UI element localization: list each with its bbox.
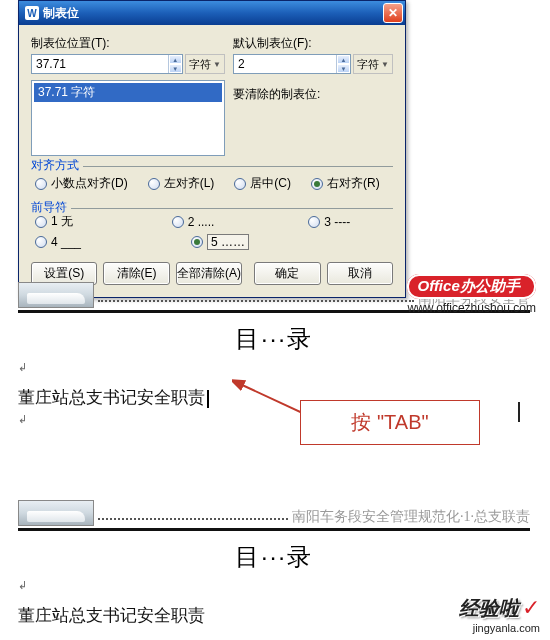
document-preview-2: 南阳车务段安全管理规范化·1·总支联责 目···录 ↲ 董庄站总支书记安全职责 <box>18 496 530 627</box>
spin-up-icon[interactable]: ▲ <box>169 55 182 64</box>
radio-right-align[interactable]: 右对齐(R) <box>311 175 380 192</box>
app-icon: W <box>25 6 39 20</box>
tab-stops-dialog: W 制表位 ✕ 制表位位置(T): ▲ ▼ 字符▼ <box>18 0 406 298</box>
unit-dropdown[interactable]: 字符▼ <box>185 54 225 74</box>
radio-leader-dashes[interactable]: 3 ---- <box>308 213 389 230</box>
radio-icon <box>148 178 160 190</box>
dialog-title: 制表位 <box>43 5 383 22</box>
page-title: 目···录 <box>18 541 530 573</box>
badge-url: www.officezhushou.com <box>407 301 536 315</box>
radio-icon <box>172 216 184 228</box>
radio-icon <box>234 178 246 190</box>
text-cursor-icon <box>518 402 520 422</box>
para-mark-icon: ↲ <box>18 361 530 374</box>
tab-stops-listbox[interactable]: 37.71 字符 <box>31 80 225 156</box>
text-cursor-icon <box>207 390 209 408</box>
image-placeholder <box>18 500 94 526</box>
body-text: 董庄站总支书记安全职责 <box>18 604 530 627</box>
spin-down-icon[interactable]: ▼ <box>169 64 182 73</box>
leader-group: 前导符 1 无 2 ..... 3 ---- 4 ___ <box>31 208 393 252</box>
header-text: 南阳车务段安全管理规范化·1·总支联责 <box>292 508 530 526</box>
radio-icon <box>191 236 203 248</box>
leader-line <box>98 518 288 520</box>
radio-icon <box>35 236 47 248</box>
default-tab-label: 默认制表位(F): <box>233 35 393 52</box>
spin-down-icon[interactable]: ▼ <box>337 64 350 73</box>
check-icon: ✓ <box>522 595 540 620</box>
radio-leader-dots[interactable]: 2 ..... <box>172 213 253 230</box>
radio-icon <box>308 216 320 228</box>
radio-icon <box>35 178 47 190</box>
image-placeholder <box>18 282 94 308</box>
callout-annotation: 按 "TAB" <box>300 400 480 445</box>
spin-up-icon[interactable]: ▲ <box>337 55 350 64</box>
radio-center-align[interactable]: 居中(C) <box>234 175 291 192</box>
footer-brand: 经验啦 <box>459 597 519 619</box>
dialog-titlebar[interactable]: W 制表位 ✕ <box>19 1 405 25</box>
para-mark-icon: ↲ <box>18 579 530 592</box>
watermark-badge: Office办公助手 www.officezhushou.com <box>407 274 536 315</box>
tab-position-input[interactable] <box>32 55 168 73</box>
radio-icon <box>35 216 47 228</box>
default-tab-input[interactable] <box>234 55 336 73</box>
divider <box>18 528 530 531</box>
tab-position-label: 制表位位置(T): <box>31 35 225 52</box>
radio-icon <box>311 178 323 190</box>
radio-decimal-align[interactable]: 小数点对齐(D) <box>35 175 128 192</box>
close-icon[interactable]: ✕ <box>383 3 403 23</box>
radio-leader-ellipsis[interactable]: 5 …… <box>191 234 291 250</box>
badge-text: Office办公助手 <box>407 274 536 299</box>
chevron-down-icon: ▼ <box>213 60 221 69</box>
page-title: 目···录 <box>18 323 530 355</box>
leader-title: 前导符 <box>31 199 71 216</box>
radio-left-align[interactable]: 左对齐(L) <box>148 175 215 192</box>
alignment-group: 对齐方式 小数点对齐(D) 左对齐(L) 居中(C) 右对齐(R) <box>31 166 393 198</box>
alignment-title: 对齐方式 <box>31 157 83 174</box>
clear-tabs-label: 要清除的制表位: <box>233 86 393 103</box>
footer-url: jingyanla.com <box>459 622 540 634</box>
unit-dropdown[interactable]: 字符▼ <box>353 54 393 74</box>
leader-line <box>98 300 414 302</box>
chevron-down-icon: ▼ <box>381 60 389 69</box>
list-item[interactable]: 37.71 字符 <box>34 83 222 102</box>
callout-text: 按 "TAB" <box>300 400 480 445</box>
footer-watermark: 经验啦 ✓ jingyanla.com <box>459 595 540 634</box>
radio-leader-underline[interactable]: 4 ___ <box>35 234 135 250</box>
